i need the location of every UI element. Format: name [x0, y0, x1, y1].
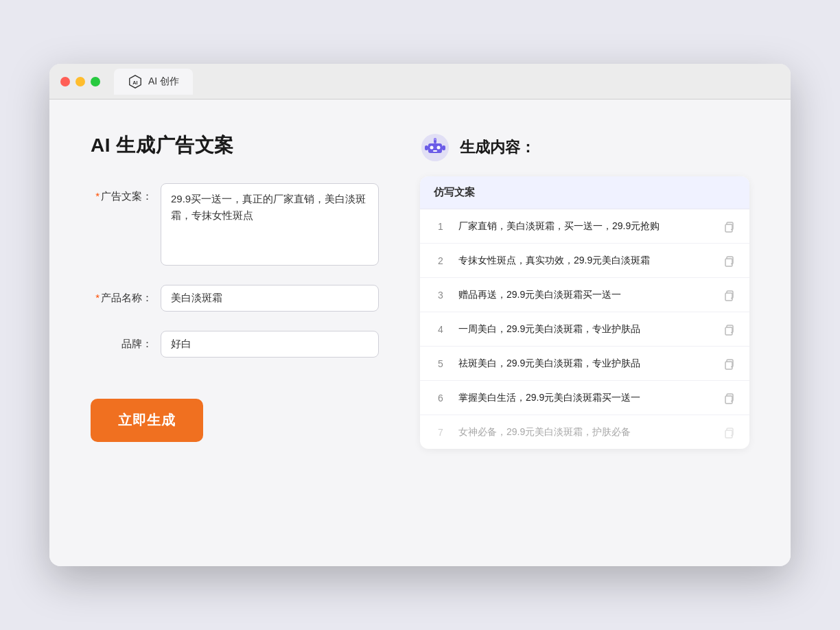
svg-rect-12 — [725, 224, 732, 232]
row-number: 4 — [434, 324, 447, 335]
row-text: 赠品再送，29.9元美白淡斑霜买一送一 — [458, 288, 711, 302]
row-text: 一周美白，29.9元美白淡斑霜，专业护肤品 — [458, 322, 711, 336]
row-number: 3 — [434, 290, 447, 301]
product-name-group: *产品名称： 美白淡斑霜 — [91, 285, 379, 312]
close-button[interactable] — [60, 77, 70, 86]
left-panel: AI 生成广告文案 *广告文案： 29.9买一送一，真正的厂家直销，美白淡斑霜，… — [91, 132, 379, 533]
maximize-button[interactable] — [91, 77, 100, 86]
svg-point-11 — [434, 139, 436, 141]
table-row: 4 一周美白，29.9元美白淡斑霜，专业护肤品 — [420, 312, 749, 347]
result-rows-container: 1 厂家直销，美白淡斑霜，买一送一，29.9元抢购 2 专抹女性斑点，真实功效，… — [420, 209, 749, 449]
generate-button[interactable]: 立即生成 — [91, 399, 203, 442]
product-name-required: * — [95, 292, 100, 303]
copy-icon[interactable] — [722, 220, 736, 233]
table-row: 5 祛斑美白，29.9元美白淡斑霜，专业护肤品 — [420, 347, 749, 381]
svg-rect-9 — [425, 145, 428, 150]
svg-rect-17 — [725, 396, 732, 404]
result-header: 生成内容： — [420, 132, 749, 163]
brand-label: 品牌： — [91, 331, 152, 351]
row-number: 5 — [434, 358, 447, 369]
ad-copy-input[interactable]: 29.9买一送一，真正的厂家直销，美白淡斑霜，专抹女性斑点 — [161, 183, 379, 266]
row-text: 专抹女性斑点，真实功效，29.9元美白淡斑霜 — [458, 253, 711, 268]
browser-tab[interactable]: AI AI 创作 — [114, 69, 193, 95]
row-text: 厂家直销，美白淡斑霜，买一送一，29.9元抢购 — [458, 219, 711, 233]
ad-copy-group: *广告文案： 29.9买一送一，真正的厂家直销，美白淡斑霜，专抹女性斑点 — [91, 183, 379, 266]
svg-rect-14 — [725, 293, 732, 301]
copy-icon[interactable] — [722, 425, 736, 439]
table-row: 7 女神必备，29.9元美白淡斑霜，护肤必备 — [420, 415, 749, 449]
product-name-input[interactable]: 美白淡斑霜 — [161, 285, 379, 312]
copy-icon[interactable] — [722, 254, 736, 268]
row-number: 1 — [434, 221, 447, 232]
svg-rect-16 — [725, 362, 732, 369]
page-title: AI 生成广告文案 — [91, 132, 379, 159]
ai-tab-icon: AI — [128, 74, 143, 89]
result-title: 生成内容： — [460, 137, 535, 158]
svg-point-4 — [430, 146, 434, 150]
copy-icon[interactable] — [722, 323, 736, 336]
product-name-label: *产品名称： — [91, 285, 152, 305]
table-row: 1 厂家直销，美白淡斑霜，买一送一，29.9元抢购 — [420, 209, 749, 244]
svg-rect-13 — [725, 259, 732, 266]
result-table-header: 仿写文案 — [420, 176, 749, 209]
row-text: 掌握美白生活，29.9元美白淡斑霜买一送一 — [458, 390, 711, 405]
traffic-lights — [60, 77, 100, 86]
table-row: 6 掌握美白生活，29.9元美白淡斑霜买一送一 — [420, 381, 749, 415]
svg-rect-15 — [725, 327, 732, 335]
robot-icon — [420, 132, 450, 163]
minimize-button[interactable] — [75, 77, 85, 86]
tab-label: AI 创作 — [148, 75, 179, 88]
browser-window: AI AI 创作 AI 生成广告文案 *广告文案： 29.9买一送一，真正的厂家… — [49, 64, 791, 566]
row-number: 7 — [434, 427, 447, 438]
table-row: 3 赠品再送，29.9元美白淡斑霜买一送一 — [420, 278, 749, 312]
browser-content: AI 生成广告文案 *广告文案： 29.9买一送一，真正的厂家直销，美白淡斑霜，… — [49, 100, 791, 566]
copy-icon[interactable] — [722, 288, 736, 302]
browser-titlebar: AI AI 创作 — [49, 64, 791, 100]
svg-text:AI: AI — [132, 79, 137, 85]
svg-rect-6 — [433, 150, 437, 152]
row-text: 女神必备，29.9元美白淡斑霜，护肤必备 — [458, 425, 711, 439]
row-text: 祛斑美白，29.9元美白淡斑霜，专业护肤品 — [458, 356, 711, 371]
copy-icon[interactable] — [722, 357, 736, 371]
brand-input[interactable]: 好白 — [161, 331, 379, 358]
right-panel: 生成内容： 仿写文案 1 厂家直销，美白淡斑霜，买一送一，29.9元抢购 2 专… — [420, 132, 749, 533]
brand-group: 品牌： 好白 — [91, 331, 379, 358]
ad-copy-label: *广告文案： — [91, 183, 152, 203]
table-row: 2 专抹女性斑点，真实功效，29.9元美白淡斑霜 — [420, 244, 749, 278]
row-number: 6 — [434, 393, 447, 404]
svg-point-5 — [437, 146, 441, 150]
ad-copy-required: * — [95, 190, 100, 202]
copy-icon[interactable] — [722, 391, 736, 405]
svg-rect-10 — [442, 145, 445, 150]
result-table: 仿写文案 1 厂家直销，美白淡斑霜，买一送一，29.9元抢购 2 专抹女性斑点，… — [420, 176, 749, 449]
svg-rect-18 — [725, 430, 732, 438]
row-number: 2 — [434, 255, 447, 266]
